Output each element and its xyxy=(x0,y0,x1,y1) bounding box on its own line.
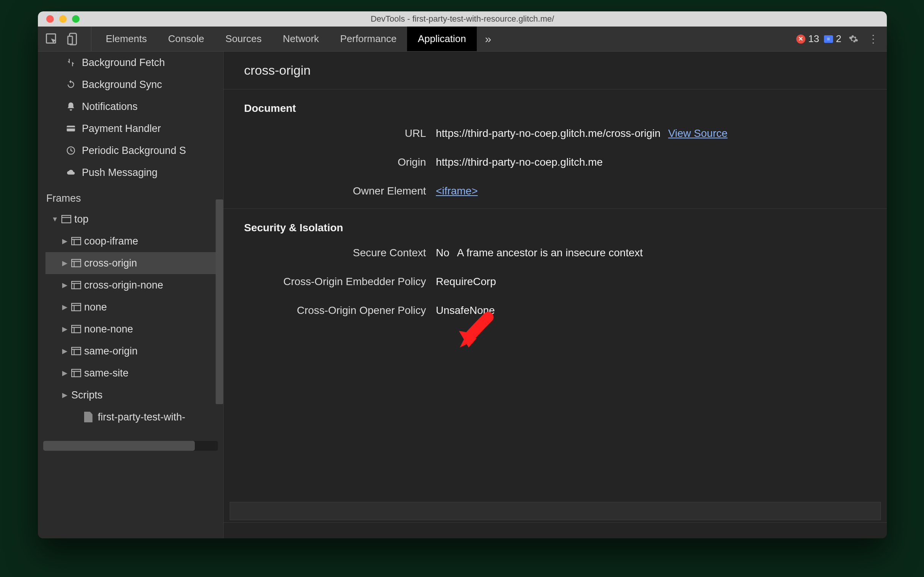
scrollbar-thumb[interactable] xyxy=(43,441,195,451)
svg-rect-2 xyxy=(68,36,72,44)
svg-rect-6 xyxy=(62,215,71,223)
tree-item-same-origin[interactable]: ▶ same-origin xyxy=(45,340,223,362)
sidebar-item-background-sync[interactable]: Background Sync xyxy=(38,74,223,95)
tab-elements[interactable]: Elements xyxy=(95,27,157,51)
svg-rect-26 xyxy=(72,369,81,377)
frame-icon xyxy=(71,325,81,333)
error-count[interactable]: ✕ 13 xyxy=(796,33,819,45)
body: Background Fetch Background Sync Notific… xyxy=(38,52,887,538)
tree-item-cross-origin-none[interactable]: ▶ cross-origin-none xyxy=(45,274,223,296)
sidebar-item-background-fetch[interactable]: Background Fetch xyxy=(38,52,223,74)
devtools-window: DevTools - first-party-test-with-resourc… xyxy=(38,11,887,538)
svg-rect-23 xyxy=(72,347,81,355)
window-title: DevTools - first-party-test-with-resourc… xyxy=(38,14,887,24)
sidebar-label: Push Messaging xyxy=(82,167,158,179)
chevron-right-icon[interactable]: ▶ xyxy=(61,369,68,377)
svg-rect-8 xyxy=(72,237,81,245)
toolbar: Elements Console Sources Network Perform… xyxy=(38,27,887,52)
kebab-menu-icon[interactable]: ⋮ xyxy=(866,31,881,47)
row-coep: Cross-Origin Embedder Policy RequireCorp xyxy=(224,267,887,296)
chevron-right-icon[interactable]: ▶ xyxy=(61,347,68,355)
chevron-right-icon[interactable]: ▶ xyxy=(61,391,68,399)
sidebar-horizontal-scrollbar[interactable] xyxy=(43,441,218,451)
toolbar-left xyxy=(45,27,91,51)
label-coop: Cross-Origin Opener Policy xyxy=(224,305,436,317)
tab-sources[interactable]: Sources xyxy=(215,27,272,51)
tree-item-none-none[interactable]: ▶ none-none xyxy=(45,318,223,340)
svg-rect-17 xyxy=(72,303,81,311)
chevron-right-icon[interactable]: ▶ xyxy=(61,325,68,333)
chevron-down-icon[interactable]: ▼ xyxy=(52,215,58,223)
value-coep: RequireCorp xyxy=(436,276,496,288)
tab-performance[interactable]: Performance xyxy=(330,27,407,51)
svg-rect-4 xyxy=(67,127,75,129)
value-url: https://third-party-no-coep.glitch.me/cr… xyxy=(436,127,661,140)
tree-label: coop-iframe xyxy=(84,235,138,247)
tree-label: none-none xyxy=(84,323,133,335)
info-count[interactable]: ≡ 2 xyxy=(824,33,841,45)
tab-console[interactable]: Console xyxy=(157,27,214,51)
chevron-right-icon[interactable]: ▶ xyxy=(61,259,68,267)
window-icon xyxy=(61,215,71,223)
tree-label: same-origin xyxy=(84,345,138,357)
tree-item-cross-origin[interactable]: ▶ cross-origin xyxy=(45,252,223,274)
sidebar-item-push-messaging[interactable]: Push Messaging xyxy=(38,161,223,184)
tree-item-same-site[interactable]: ▶ same-site xyxy=(45,362,223,384)
info-icon: ≡ xyxy=(824,35,833,43)
bottom-input-bar[interactable] xyxy=(230,502,881,520)
security-section-header: Security & Isolation xyxy=(224,209,887,239)
panel-tabs: Elements Console Sources Network Perform… xyxy=(95,27,477,51)
tree-label: cross-origin xyxy=(84,258,137,269)
tree-item-script-file[interactable]: first-party-test-with- xyxy=(45,406,223,428)
tab-network[interactable]: Network xyxy=(272,27,329,51)
card-icon xyxy=(65,124,77,134)
tree-item-coop-iframe[interactable]: ▶ coop-iframe xyxy=(45,230,223,252)
link-owner-iframe[interactable]: <iframe> xyxy=(436,185,478,197)
main-panel: cross-origin Document URL https://third-… xyxy=(224,52,887,538)
tree-label: none xyxy=(84,301,107,313)
more-tabs-icon[interactable]: » xyxy=(477,27,500,51)
page-title: cross-origin xyxy=(224,52,887,89)
svg-rect-14 xyxy=(72,281,81,289)
row-owner-element: Owner Element <iframe> xyxy=(224,177,887,205)
info-count-value: 2 xyxy=(836,33,841,45)
document-section-header: Document xyxy=(224,89,887,119)
chevron-right-icon[interactable]: ▶ xyxy=(61,281,68,289)
sync-icon xyxy=(65,80,77,89)
sidebar-item-payment-handler[interactable]: Payment Handler xyxy=(38,118,223,140)
frames-header: Frames xyxy=(38,184,223,208)
frame-icon xyxy=(71,259,81,267)
sidebar-label: Notifications xyxy=(82,101,138,113)
gear-icon[interactable] xyxy=(846,31,861,47)
row-origin: Origin https://third-party-no-coep.glitc… xyxy=(224,148,887,177)
tree-label: Scripts xyxy=(71,389,103,401)
label-owner-element: Owner Element xyxy=(224,185,436,197)
sidebar-label: Background Fetch xyxy=(82,57,165,69)
tree-label: cross-origin-none xyxy=(84,279,163,291)
inspect-icon[interactable] xyxy=(45,32,58,46)
tree-top[interactable]: ▼ top xyxy=(45,208,223,230)
tree-item-scripts[interactable]: ▶ Scripts xyxy=(45,384,223,406)
sidebar-item-notifications[interactable]: Notifications xyxy=(38,95,223,118)
label-origin: Origin xyxy=(224,156,436,168)
label-coep: Cross-Origin Embedder Policy xyxy=(224,276,436,288)
toolbar-right: ✕ 13 ≡ 2 ⋮ xyxy=(796,27,883,51)
sidebar-item-periodic-sync[interactable]: Periodic Background S xyxy=(38,140,223,161)
tree-label: first-party-test-with- xyxy=(98,411,185,423)
frame-icon xyxy=(71,303,81,311)
device-toggle-icon[interactable] xyxy=(67,32,80,46)
tree-item-none[interactable]: ▶ none xyxy=(45,296,223,318)
tab-application[interactable]: Application xyxy=(407,27,476,51)
link-view-source[interactable]: View Source xyxy=(668,127,728,140)
frame-icon xyxy=(71,369,81,377)
row-secure-context: Secure Context No A frame ancestor is an… xyxy=(224,239,887,267)
chevron-right-icon[interactable]: ▶ xyxy=(61,237,68,245)
frames-tree: ▼ top ▶ coop-iframe ▶ cross-origin ▶ xyxy=(38,208,223,428)
chevron-right-icon[interactable]: ▶ xyxy=(61,303,68,311)
sidebar-resize-handle[interactable] xyxy=(216,200,223,404)
error-count-value: 13 xyxy=(808,33,819,45)
clock-icon xyxy=(65,145,77,155)
sidebar-label: Background Sync xyxy=(82,79,162,90)
error-icon: ✕ xyxy=(796,34,805,44)
frame-icon xyxy=(71,237,81,245)
